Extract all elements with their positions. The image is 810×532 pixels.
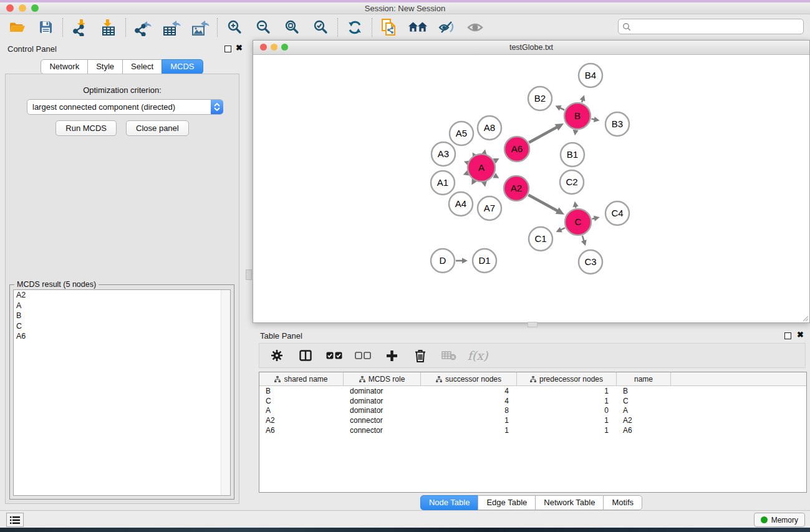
table-cell[interactable]: 1 bbox=[421, 426, 517, 435]
close-panel-icon[interactable]: ✖ bbox=[236, 44, 243, 52]
zoom-fit-button[interactable] bbox=[282, 18, 301, 37]
graph-edge-D-D1[interactable] bbox=[456, 258, 468, 263]
table-cell[interactable]: 1 bbox=[517, 397, 617, 405]
select-all-rows-button[interactable] bbox=[324, 346, 344, 365]
result-list-item[interactable]: A6 bbox=[14, 331, 230, 342]
add-column-button[interactable] bbox=[382, 346, 402, 365]
graph-edge-A6-B[interactable] bbox=[529, 123, 564, 142]
column-header-successor-nodes[interactable]: successor nodes bbox=[421, 372, 517, 385]
graph-edge-B-B2[interactable] bbox=[555, 105, 564, 110]
graph-node-D[interactable]: D bbox=[431, 249, 455, 273]
graph-node-A4[interactable]: A4 bbox=[449, 192, 473, 216]
result-list-item[interactable]: B bbox=[14, 311, 230, 321]
table-cell[interactable]: connector bbox=[344, 426, 421, 435]
graph-node-C[interactable]: C bbox=[565, 209, 591, 235]
open-session-button[interactable] bbox=[7, 18, 26, 37]
graph-edge-A2-C[interactable] bbox=[528, 195, 564, 215]
table-row[interactable]: A2connector11A2 bbox=[259, 415, 806, 425]
run-mcds-button[interactable]: Run MCDS bbox=[55, 120, 117, 136]
close-panel-button[interactable]: Close panel bbox=[126, 120, 189, 136]
tab-network[interactable]: Network bbox=[41, 59, 88, 74]
splitter-grip[interactable] bbox=[246, 269, 252, 280]
result-list-item[interactable]: A2 bbox=[14, 290, 230, 301]
float-panel-icon[interactable] bbox=[784, 332, 791, 339]
tab-node-table[interactable]: Node Table bbox=[420, 495, 479, 510]
first-neighbors-button[interactable] bbox=[408, 18, 427, 37]
task-history-button[interactable] bbox=[6, 513, 24, 527]
table-cell[interactable]: A6 bbox=[617, 426, 671, 435]
refresh-button[interactable] bbox=[345, 18, 364, 37]
table-cell[interactable]: 0 bbox=[517, 406, 617, 415]
column-header-MCDS-role[interactable]: MCDS role bbox=[344, 372, 421, 385]
table-row[interactable]: Bdominator41B bbox=[259, 386, 806, 396]
graph-node-A5[interactable]: A5 bbox=[450, 122, 473, 145]
float-panel-icon[interactable] bbox=[224, 46, 231, 52]
export-image-button[interactable] bbox=[191, 18, 210, 37]
clone-network-button[interactable] bbox=[380, 18, 398, 37]
memory-button[interactable]: Memory bbox=[754, 513, 805, 527]
graph-node-C1[interactable]: C1 bbox=[529, 227, 552, 251]
table-cell[interactable]: A bbox=[617, 406, 671, 415]
graph-node-B2[interactable]: B2 bbox=[528, 87, 552, 110]
zoom-in-button[interactable] bbox=[225, 18, 244, 37]
show-all-button[interactable] bbox=[466, 18, 485, 37]
table-cell[interactable]: 1 bbox=[517, 387, 617, 395]
graph-edge-C-C2[interactable] bbox=[573, 201, 579, 208]
table-cell[interactable]: 4 bbox=[421, 397, 517, 405]
graph-node-A2[interactable]: A2 bbox=[504, 176, 529, 201]
resize-grip-icon[interactable] bbox=[801, 314, 809, 322]
column-header-predecessor-nodes[interactable]: predecessor nodes bbox=[517, 372, 617, 385]
optimization-dropdown[interactable]: largest connected component (directed) bbox=[27, 99, 223, 115]
graph-edge-C-C1[interactable] bbox=[556, 227, 565, 232]
graph-node-A3[interactable]: A3 bbox=[432, 142, 455, 166]
graph-node-B1[interactable]: B1 bbox=[561, 143, 584, 167]
table-cell[interactable]: B bbox=[617, 387, 671, 395]
table-cell[interactable]: C bbox=[259, 397, 344, 405]
result-list-item[interactable]: C bbox=[14, 321, 230, 332]
table-cell[interactable]: connector bbox=[344, 416, 421, 425]
graph-node-A7[interactable]: A7 bbox=[478, 196, 501, 220]
horizontal-splitter[interactable] bbox=[253, 322, 810, 327]
zoom-out-button[interactable] bbox=[254, 18, 272, 37]
tab-motifs[interactable]: Motifs bbox=[603, 495, 642, 510]
table-cell[interactable]: C bbox=[617, 397, 671, 405]
zoom-selected-button[interactable] bbox=[311, 18, 330, 37]
tab-edge-table[interactable]: Edge Table bbox=[478, 495, 536, 510]
graph-node-A[interactable]: A bbox=[468, 154, 495, 181]
table-cell[interactable]: B bbox=[259, 387, 344, 395]
tab-mcds[interactable]: MCDS bbox=[162, 59, 203, 74]
table-cell[interactable]: dominator bbox=[344, 387, 421, 395]
graph-node-B3[interactable]: B3 bbox=[605, 112, 629, 136]
vertical-splitter[interactable] bbox=[244, 40, 253, 510]
graph-node-C4[interactable]: C4 bbox=[605, 201, 629, 225]
delete-table-button[interactable] bbox=[439, 346, 459, 365]
column-header-name[interactable]: name bbox=[617, 372, 671, 385]
delete-column-button[interactable] bbox=[410, 346, 430, 365]
table-row[interactable]: Adominator80A bbox=[259, 406, 806, 416]
table-cell[interactable]: dominator bbox=[344, 397, 421, 405]
table-cell[interactable]: A2 bbox=[617, 416, 671, 425]
table-row[interactable]: A6connector11A6 bbox=[259, 425, 806, 435]
graph-node-B4[interactable]: B4 bbox=[579, 64, 602, 87]
graph-edge-B-B1[interactable] bbox=[573, 130, 579, 136]
result-list-item[interactable]: A bbox=[14, 301, 230, 311]
save-session-button[interactable] bbox=[36, 18, 55, 37]
hide-selected-button[interactable] bbox=[437, 18, 456, 37]
graph-node-C2[interactable]: C2 bbox=[560, 170, 584, 194]
table-cell[interactable]: A bbox=[259, 406, 344, 415]
graph-edge-B-B3[interactable] bbox=[592, 117, 600, 122]
graph-edge-C-C4[interactable] bbox=[592, 216, 599, 221]
show-columns-button[interactable] bbox=[296, 346, 316, 365]
table-row[interactable]: Cdominator41C bbox=[259, 396, 806, 406]
graph-node-D1[interactable]: D1 bbox=[473, 249, 496, 273]
network-graph-canvas[interactable]: B4B2BB3B1A5A8A6A3AA1A2A4A7C2CC4C1C3DD1 bbox=[253, 55, 808, 321]
tab-style[interactable]: Style bbox=[87, 59, 123, 74]
column-header-shared-name[interactable]: shared name bbox=[259, 372, 344, 385]
graph-node-A6[interactable]: A6 bbox=[504, 137, 529, 162]
result-list-scrollbar[interactable] bbox=[221, 290, 230, 495]
graph-edge-C-C3[interactable] bbox=[581, 236, 587, 246]
search-input[interactable] bbox=[631, 21, 803, 32]
export-table-button[interactable] bbox=[162, 18, 181, 37]
graph-node-C3[interactable]: C3 bbox=[579, 250, 602, 274]
table-settings-button[interactable] bbox=[267, 346, 287, 365]
